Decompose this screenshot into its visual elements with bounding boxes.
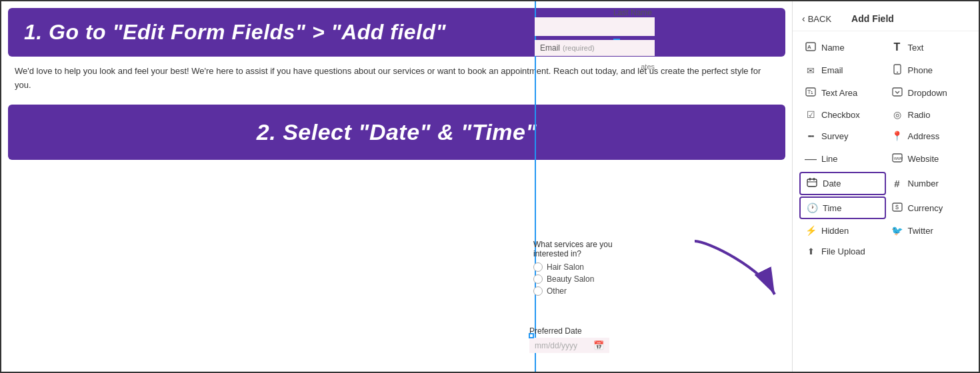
field-item-radio[interactable]: ◎ Radio [886, 105, 973, 125]
svg-text:T₁: T₁ [807, 89, 814, 95]
preferred-date-label: Preferred Date [529, 326, 582, 336]
partial-dates: ates [535, 60, 655, 73]
field-items-grid: A Name T Text ✉ Email Phone [793, 31, 979, 266]
last-name-input[interactable] [535, 17, 655, 36]
website-label: Website [908, 154, 939, 164]
field-item-file-upload[interactable]: ⬆ File Upload [799, 242, 886, 261]
field-item-text[interactable]: T Text [886, 37, 973, 58]
svg-rect-10 [807, 179, 817, 186]
textarea-label: Text Area [821, 88, 857, 98]
field-item-time[interactable]: 🕐 Time [799, 196, 886, 219]
field-item-phone[interactable]: Phone [886, 59, 973, 81]
email-label-field: Email [821, 65, 843, 75]
bottom-blue-square-handle [529, 333, 534, 338]
step2-banner: 2. Select "Date" & "Time" [8, 105, 785, 160]
radio-other[interactable] [533, 286, 543, 296]
currency-label: Currency [908, 203, 943, 213]
email-label: Email [540, 43, 560, 53]
text-icon: T [891, 41, 903, 53]
right-panel: ‹ BACK Add Field A Name T Text ✉ Emai [792, 1, 979, 372]
field-item-date[interactable]: Date [799, 172, 886, 195]
step1-banner: 1. Go to "Edit Form Fields" > "Add field… [8, 8, 785, 57]
field-item-textarea[interactable]: T₁ Text Area [799, 83, 886, 103]
field-item-line[interactable]: — Line [799, 147, 886, 171]
field-item-twitter[interactable]: 🐦 Twitter [886, 220, 973, 240]
survey-label: Survey [821, 131, 848, 141]
dropdown-icon [891, 87, 903, 99]
file-upload-label: File Upload [821, 246, 865, 256]
date-placeholder: mm/dd/yyyy [535, 341, 577, 350]
field-item-hidden[interactable]: ⚡ Hidden [799, 220, 886, 240]
field-item-address[interactable]: 📍 Address [886, 126, 973, 146]
phone-label: Phone [908, 65, 933, 75]
svg-text:www: www [893, 156, 903, 161]
survey-icon: ••• [805, 132, 817, 140]
form-content-area: We'd love to help you look and feel your… [8, 57, 785, 101]
svg-text:$: $ [895, 204, 899, 210]
beauty-salon-label: Beauty Salon [547, 274, 594, 284]
add-field-title: Add Field [851, 13, 894, 24]
time-icon: 🕐 [806, 202, 818, 213]
line-label: Line [821, 154, 838, 164]
service-beauty-salon[interactable]: Beauty Salon [533, 274, 649, 284]
step2-text: 2. Select "Date" & "Time" [24, 119, 769, 145]
twitter-icon: 🐦 [891, 225, 903, 236]
phone-icon [891, 64, 903, 77]
field-item-number[interactable]: # Number [886, 172, 973, 195]
address-icon: 📍 [891, 131, 903, 141]
hidden-icon: ⚡ [805, 225, 817, 236]
email-required: (required) [563, 44, 595, 52]
partial-form: Last Name Email (required) ates [528, 1, 661, 80]
svg-point-4 [897, 72, 898, 73]
field-item-name[interactable]: A Name [799, 37, 886, 58]
svg-text:A: A [807, 44, 811, 50]
name-label: Name [821, 43, 845, 53]
currency-icon: $ [891, 202, 903, 214]
description-text: We'd love to help you look and feel your… [15, 65, 779, 93]
file-upload-icon: ⬆ [805, 246, 817, 256]
website-icon: www [891, 153, 903, 165]
number-label: Number [908, 179, 939, 188]
text-label: Text [908, 43, 924, 53]
radio-hair-salon[interactable] [533, 262, 543, 272]
form-description: We'd love to help you look and feel your… [8, 65, 785, 93]
calendar-icon: 📅 [593, 340, 604, 350]
hair-salon-label: Hair Salon [547, 262, 584, 272]
field-item-website[interactable]: www Website [886, 147, 973, 171]
back-button[interactable]: ‹ BACK [802, 13, 831, 24]
field-item-survey[interactable]: ••• Survey [799, 126, 886, 146]
radio-label: Radio [908, 110, 931, 120]
back-label: BACK [808, 14, 831, 24]
email-icon: ✉ [805, 65, 817, 76]
twitter-label: Twitter [908, 226, 933, 236]
address-label: Address [908, 131, 940, 141]
number-icon: # [891, 178, 903, 189]
services-question: What services are you interested in? [533, 240, 649, 258]
left-panel: 1. Go to "Edit Form Fields" > "Add field… [1, 1, 792, 372]
main-container: 1. Go to "Edit Form Fields" > "Add field… [1, 1, 979, 372]
dropdown-label: Dropdown [908, 88, 947, 98]
line-icon: — [805, 152, 817, 166]
textarea-icon: T₁ [805, 87, 817, 99]
field-item-dropdown[interactable]: Dropdown [886, 83, 973, 103]
radio-beauty-salon[interactable] [533, 274, 543, 284]
field-item-email[interactable]: ✉ Email [799, 59, 886, 81]
hidden-label: Hidden [821, 226, 849, 236]
checkbox-label: Checkbox [821, 110, 860, 120]
email-field[interactable]: Email (required) [535, 40, 655, 56]
radio-icon: ◎ [891, 109, 903, 120]
right-panel-header: ‹ BACK Add Field [793, 8, 979, 31]
service-hair-salon[interactable]: Hair Salon [533, 262, 649, 272]
date-icon [806, 178, 818, 189]
other-label: Other [547, 286, 567, 296]
arrow-pointing-date [681, 228, 788, 308]
date-input-row[interactable]: mm/dd/yyyy 📅 [529, 338, 609, 353]
last-name-label: Last Name [535, 8, 655, 17]
field-item-currency[interactable]: $ Currency [886, 196, 973, 219]
field-item-checkbox[interactable]: ☑ Checkbox [799, 105, 886, 125]
time-label: Time [823, 203, 841, 213]
date-label: Date [823, 179, 841, 188]
service-other[interactable]: Other [533, 286, 649, 296]
svg-rect-7 [893, 88, 902, 96]
services-section: What services are you interested in? Hai… [528, 234, 655, 304]
